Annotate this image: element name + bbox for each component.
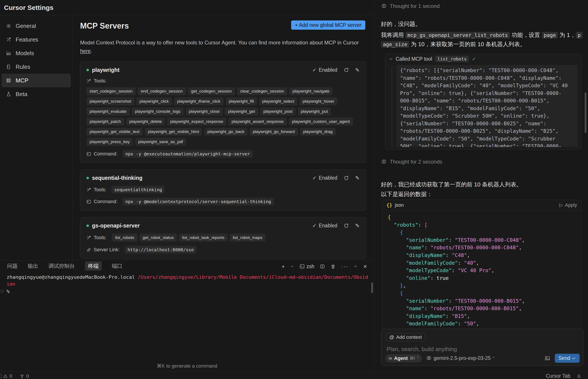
brain-icon bbox=[381, 159, 387, 165]
enabled-toggle[interactable]: ✓Enabled bbox=[312, 175, 337, 181]
server-status-dot bbox=[86, 177, 89, 179]
sidebar-item-features[interactable]: Features bbox=[1, 33, 71, 46]
tab-terminal[interactable]: 终端 bbox=[85, 261, 102, 271]
sidebar-item-label: Beta bbox=[16, 91, 28, 98]
maximize-panel-icon[interactable] bbox=[354, 265, 358, 268]
tool-chip-list: start_codegen_sessionend_codegen_session… bbox=[86, 87, 359, 146]
refresh-icon[interactable] bbox=[344, 175, 349, 181]
server-name: playwright bbox=[92, 67, 119, 73]
chevron-up-icon: ^ bbox=[417, 356, 419, 361]
split-terminal-icon[interactable] bbox=[320, 264, 325, 269]
add-context-button[interactable]: @ Add context bbox=[386, 333, 425, 341]
tool-output-line: 50H", "online": true}, {"serialNumber": … bbox=[400, 142, 574, 147]
tool-chip: playwright_save_as_pdf bbox=[135, 138, 186, 146]
new-terminal-button[interactable]: + bbox=[282, 263, 285, 270]
sidebar-item-general[interactable]: General bbox=[1, 19, 71, 33]
bar-chart-icon bbox=[6, 50, 11, 56]
terminal-scrollbar[interactable] bbox=[371, 283, 373, 293]
chevron-down-icon[interactable] bbox=[389, 57, 393, 61]
chat-input-placeholder[interactable]: Plan, search, build anything bbox=[387, 346, 457, 353]
code-line: "displayName": "C48", bbox=[388, 252, 576, 259]
tab-ports[interactable]: 端口 bbox=[112, 263, 122, 269]
edit-icon[interactable]: ✎ bbox=[355, 223, 360, 229]
sidebar-item-beta[interactable]: Beta bbox=[1, 87, 71, 101]
tab-output[interactable]: 输出 bbox=[28, 263, 38, 269]
code-line: "serialNumber": "TEST00-0000-000-B015", bbox=[388, 297, 576, 305]
bell-icon[interactable] bbox=[577, 374, 581, 379]
shell-selector[interactable]: zsh bbox=[300, 264, 315, 269]
server-status-dot bbox=[86, 224, 89, 227]
tool-chip: playwright_iframe_click bbox=[174, 97, 223, 105]
settings-header: Cursor Settings bbox=[0, 0, 374, 16]
tool-chip: playwright_hover bbox=[300, 97, 337, 105]
tool-chip: end_codegen_session bbox=[138, 87, 186, 95]
gear-icon bbox=[6, 23, 11, 29]
code-language-label: json bbox=[395, 202, 404, 208]
apply-button[interactable]: ▷Apply bbox=[559, 202, 577, 208]
cursor-tab-status[interactable]: Cursor Tab bbox=[546, 373, 571, 379]
warnings-status[interactable]: 0 bbox=[3, 373, 12, 379]
tool-chip: get_codegen_session bbox=[188, 87, 235, 95]
settings-sidebar: General Features Models Rules MCP Beta bbox=[0, 16, 73, 260]
server-link-url: http://localhost:8000/sse bbox=[125, 246, 196, 253]
sidebar-item-mcp[interactable]: MCP bbox=[1, 74, 71, 87]
edit-icon[interactable]: ✎ bbox=[355, 67, 360, 73]
tool-chip: playwright_select bbox=[259, 97, 298, 105]
code-content[interactable]: { "robots": [ { "serialNumber": "TEST00-… bbox=[382, 210, 581, 331]
tool-chip: list_robot_maps bbox=[230, 234, 265, 242]
tool-chip-list: list_robotsget_robot_statuslist_robot_ta… bbox=[112, 234, 265, 242]
play-icon: ▷ bbox=[559, 202, 563, 208]
code-line: { bbox=[388, 289, 576, 297]
trash-icon[interactable] bbox=[331, 264, 336, 269]
model-selector[interactable]: gemini-2.5-pro-exp-03-25 ^ bbox=[426, 355, 494, 361]
thought-header-1[interactable]: Thought for 1 second bbox=[381, 3, 440, 9]
refresh-icon[interactable] bbox=[344, 67, 349, 73]
chat-input-box[interactable]: @ Add context Plan, search, build anythi… bbox=[381, 329, 583, 366]
code-line: "online": true bbox=[388, 274, 576, 282]
mode-selector[interactable]: ∞ Agent ⌘I ^ bbox=[386, 354, 422, 362]
terminal-panel: 问题 输出 调试控制台 终端 端口 + zsh ··· × zhangqingy… bbox=[0, 260, 374, 372]
tools-icon bbox=[86, 79, 91, 83]
enabled-toggle[interactable]: ✓Enabled bbox=[312, 223, 337, 229]
add-mcp-server-button[interactable]: + Add new global MCP server bbox=[291, 20, 365, 30]
code-line: { bbox=[388, 213, 576, 221]
tool-output[interactable]: {"robots": [{"serialNumber": "TEST00-000… bbox=[397, 65, 578, 147]
mcp-docs-link[interactable]: here bbox=[80, 48, 91, 54]
code-line: }, bbox=[388, 282, 576, 289]
terminal-user: zhangqingyue@zhangqingyuedeMacBook-Pro.l… bbox=[7, 274, 138, 280]
thought-header-2[interactable]: Thought for 2 seconds bbox=[381, 159, 442, 165]
sidebar-item-rules[interactable]: Rules bbox=[1, 60, 71, 74]
terminal-output[interactable]: zhangqingyue@zhangqingyuedeMacBook-Pro.l… bbox=[0, 271, 374, 295]
tab-debug-console[interactable]: 调试控制台 bbox=[49, 263, 75, 269]
tools-icon bbox=[86, 236, 91, 240]
sidebar-item-label: Features bbox=[16, 36, 38, 43]
success-check-icon: ✓ bbox=[472, 56, 476, 62]
tool-output-line: "C48", "modelFamilyCode": "40", "modelTy… bbox=[400, 82, 574, 90]
close-panel-icon[interactable]: × bbox=[363, 263, 367, 270]
tool-chip: playwright_custom_user_agent bbox=[289, 118, 353, 126]
server-stack-icon bbox=[6, 78, 11, 83]
tool-output-line: {"robots": [{"serialNumber": "TEST00-000… bbox=[400, 67, 574, 74]
tool-chip: playwright_close bbox=[186, 108, 223, 115]
edit-icon[interactable]: ✎ bbox=[355, 175, 360, 181]
tool-chip: playwright_get bbox=[225, 108, 258, 115]
send-button[interactable]: Send ↵ bbox=[555, 354, 580, 363]
page-title: Cursor Settings bbox=[4, 0, 53, 16]
code-line: "name": "robots/TEST00-0000-000-B015", bbox=[388, 305, 576, 312]
chevron-up-icon: ^ bbox=[493, 356, 494, 361]
refresh-icon[interactable] bbox=[344, 223, 349, 228]
image-attach-icon[interactable] bbox=[544, 355, 550, 361]
chat-scrollbar[interactable] bbox=[585, 92, 587, 133]
chevron-down-icon[interactable] bbox=[290, 265, 294, 268]
server-command: npx -y @modelcontextprotocol/server-sequ… bbox=[123, 198, 274, 205]
sidebar-item-models[interactable]: Models bbox=[1, 46, 71, 60]
assistant-message-line: 我将调用 mcp_gs_openapi_server_list_robots 功… bbox=[381, 31, 583, 39]
server-command: npx -y @executeautomation/playwright-mcp… bbox=[123, 150, 253, 158]
enabled-toggle[interactable]: ✓Enabled bbox=[312, 67, 337, 73]
tool-chip: playwright_delete bbox=[126, 118, 165, 126]
tab-problems[interactable]: 问题 bbox=[7, 263, 17, 269]
ports-status[interactable]: 0 bbox=[20, 373, 29, 379]
more-actions-icon[interactable]: ··· bbox=[341, 263, 348, 270]
tool-chip: playwright_put bbox=[298, 108, 331, 115]
tool-chip: playwright_fill bbox=[226, 97, 257, 105]
